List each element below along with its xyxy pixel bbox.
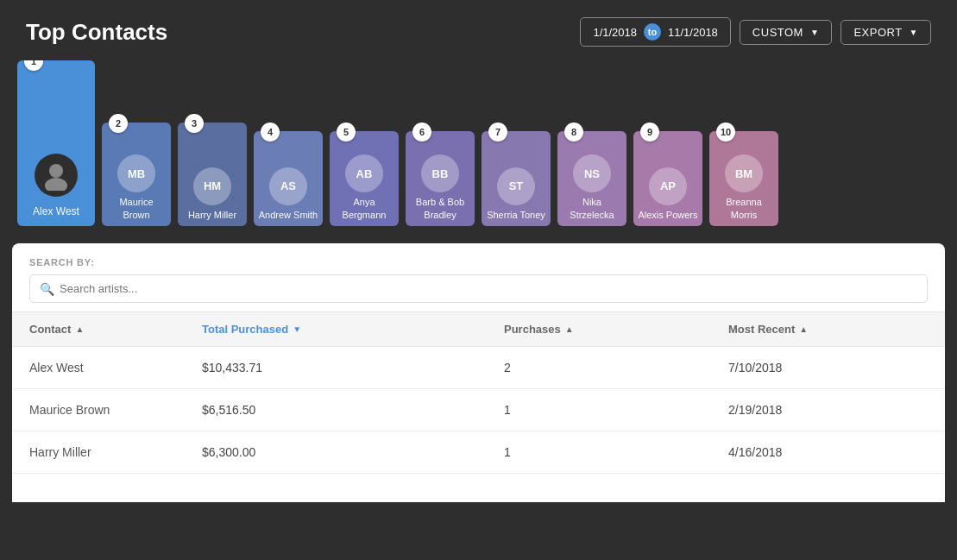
page-header: Top Contacts 1/1/2018 to 11/1/2018 CUSTO…	[0, 0, 957, 60]
rank-badge-1: 1	[24, 60, 43, 71]
custom-label: CUSTOM	[752, 26, 803, 39]
card-name-2: Maurice Brown	[102, 196, 171, 226]
cell-purchases-0: 2	[487, 347, 711, 388]
avatar-9: AP	[649, 167, 687, 205]
contact-card-6[interactable]: 6BBBarb & Bob Bradley	[406, 131, 475, 226]
col-header-purchases[interactable]: Purchases ▲	[487, 312, 711, 346]
col-label-most-recent: Most Recent	[728, 323, 795, 336]
rank-badge-4: 4	[261, 123, 280, 142]
rank-badge-7: 7	[488, 123, 507, 142]
col-header-contact[interactable]: Contact ▲	[12, 312, 185, 346]
sort-icon-purchases: ▲	[565, 324, 574, 334]
bottom-panel: SEARCH BY: 🔍 Contact ▲ Total Purchased ▼…	[12, 243, 945, 502]
search-section: SEARCH BY: 🔍	[12, 243, 945, 311]
svg-point-1	[45, 178, 67, 191]
cell-contact-2: Harry Miller	[12, 431, 185, 473]
card-name-9: Alexis Powers	[634, 209, 701, 226]
cell-most_recent-0: 7/10/2018	[711, 347, 945, 388]
export-label: EXPORT	[853, 26, 902, 39]
sort-icon-total-purchased: ▼	[293, 324, 301, 334]
custom-button[interactable]: CUSTOM ▼	[740, 20, 833, 45]
table-header: Contact ▲ Total Purchased ▼ Purchases ▲ …	[12, 311, 945, 347]
avatar-6: BB	[421, 154, 459, 192]
card-name-10: Breanna Morris	[709, 196, 778, 226]
avatar-3: HM	[193, 167, 231, 205]
contact-card-3[interactable]: 3HMHarry Miller	[178, 123, 247, 226]
rank-badge-6: 6	[412, 123, 431, 142]
header-controls: 1/1/2018 to 11/1/2018 CUSTOM ▼ EXPORT ▼	[580, 17, 931, 47]
avatar-8: NS	[573, 154, 611, 192]
rank-badge-5: 5	[337, 123, 356, 142]
contact-card-8[interactable]: 8NSNika Strzelecka	[557, 131, 626, 226]
date-end: 11/1/2018	[668, 26, 718, 39]
contact-card-1[interactable]: 1 Alex West	[17, 60, 95, 226]
date-separator: to	[644, 23, 661, 41]
avatar-10: BM	[725, 154, 763, 192]
card-name-5: Anya Bergmann	[330, 196, 399, 226]
col-label-purchases: Purchases	[504, 323, 561, 336]
table-row: Maurice Brown$6,516.5012/19/2018	[12, 389, 945, 431]
card-name-6: Barb & Bob Bradley	[406, 196, 475, 226]
person-icon	[41, 160, 72, 191]
cell-most_recent-2: 4/16/2018	[711, 431, 945, 473]
rank-badge-8: 8	[564, 123, 583, 142]
cell-total_purchased-2: $6,300.00	[185, 431, 487, 473]
search-input[interactable]	[29, 274, 928, 303]
cell-contact-1: Maurice Brown	[12, 389, 185, 431]
sort-icon-most-recent: ▲	[799, 324, 808, 334]
avatar-5: AB	[345, 154, 383, 192]
sort-icon-contact: ▲	[75, 324, 84, 334]
card-name-3: Harry Miller	[185, 209, 240, 226]
cell-total_purchased-0: $10,433.71	[185, 347, 487, 388]
contact-card-2[interactable]: 2MBMaurice Brown	[102, 123, 171, 226]
date-start: 1/1/2018	[593, 26, 637, 39]
card-name-8: Nika Strzelecka	[557, 196, 626, 226]
table-body: Alex West$10,433.7127/10/2018Maurice Bro…	[12, 347, 945, 474]
col-header-total-purchased[interactable]: Total Purchased ▼	[185, 312, 487, 346]
date-range-button[interactable]: 1/1/2018 to 11/1/2018	[580, 17, 730, 47]
col-label-total-purchased: Total Purchased	[202, 323, 288, 336]
col-label-contact: Contact	[29, 323, 71, 336]
contact-cards-area: 1 Alex West 2MBMaurice Brown3HMHarry Mil…	[0, 60, 957, 243]
card-name-1: Alex West	[29, 205, 83, 226]
svg-point-0	[49, 164, 63, 178]
rank-badge-9: 9	[640, 123, 659, 142]
cell-purchases-2: 1	[487, 431, 711, 473]
contact-card-4[interactable]: 4ASAndrew Smith	[254, 131, 323, 226]
cell-purchases-1: 1	[487, 389, 711, 431]
table-row: Alex West$10,433.7127/10/2018	[12, 347, 945, 389]
avatar-2: MB	[117, 154, 155, 192]
col-header-most-recent[interactable]: Most Recent ▲	[711, 312, 945, 346]
card-name-7: Sherria Toney	[483, 209, 549, 226]
table-row: Harry Miller$6,300.0014/16/2018	[12, 431, 945, 474]
rank-badge-10: 10	[716, 123, 735, 142]
page-title: Top Contacts	[26, 19, 167, 46]
avatar-photo-1	[35, 154, 78, 197]
chevron-down-icon: ▼	[910, 28, 918, 37]
contact-card-5[interactable]: 5ABAnya Bergmann	[330, 131, 399, 226]
contact-card-7[interactable]: 7STSherria Toney	[482, 131, 551, 226]
rank-badge-2: 2	[109, 114, 128, 133]
cell-contact-0: Alex West	[12, 347, 185, 388]
avatar-4: AS	[269, 167, 307, 205]
chevron-down-icon: ▼	[810, 28, 819, 37]
avatar-7: ST	[497, 167, 535, 205]
contact-card-10[interactable]: 10BMBreanna Morris	[709, 131, 778, 226]
cell-total_purchased-1: $6,516.50	[185, 389, 487, 431]
rank-badge-3: 3	[185, 114, 204, 133]
search-icon: 🔍	[40, 282, 54, 296]
cell-most_recent-1: 2/19/2018	[711, 389, 945, 431]
export-button[interactable]: EXPORT ▼	[841, 20, 931, 45]
search-input-wrap: 🔍	[29, 274, 928, 303]
search-label: SEARCH BY:	[29, 257, 928, 267]
card-name-4: Andrew Smith	[255, 209, 321, 226]
contact-card-9[interactable]: 9APAlexis Powers	[633, 131, 702, 226]
